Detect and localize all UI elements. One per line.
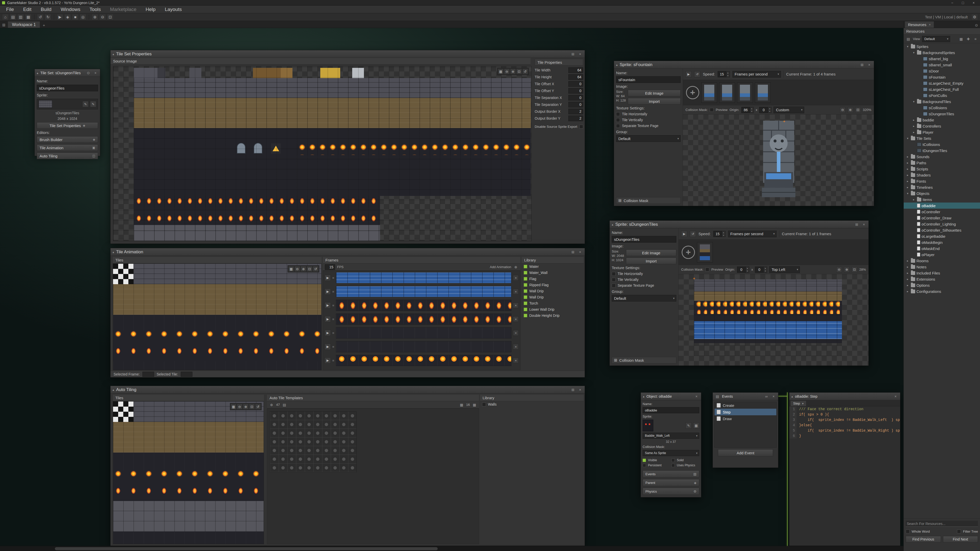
close-icon[interactable]: × [861,222,866,227]
tree-row[interactable]: sFountain [904,74,980,80]
float-icon[interactable]: ⊞ [854,222,859,227]
editor-button[interactable]: Tile Animation ▣ [37,144,98,151]
checkbox[interactable] [616,118,620,122]
texture-checkbox-row[interactable]: Separate Texture Page [616,123,681,128]
origin-x-spinner[interactable]: 86 ▴▾ [741,107,754,113]
tree-row[interactable]: ▾ BackgroundSprites [904,49,980,56]
chain-link-icon[interactable]: ∞ [764,394,769,399]
library-item[interactable]: Double Height Drip [522,313,584,319]
tile-property-input[interactable]: 2 [568,109,583,114]
speed-spinner[interactable]: 15 ▴▾ [718,71,730,77]
tree-row[interactable]: sLargeChest_Empty [904,80,980,86]
zoom-fit-icon[interactable]: ⊡ [516,68,522,74]
checkbox[interactable] [643,464,646,467]
collapse-icon[interactable]: ▴ [616,63,617,67]
event-item[interactable]: Step [714,409,776,415]
code-editor-header[interactable]: ▴ oBaddie: Step × [789,392,900,400]
object-checkbox-row[interactable]: Uses Physics [671,463,699,468]
object-section-button[interactable]: Parent ◈ [643,479,699,486]
object-name-input[interactable]: oBaddie [643,407,699,413]
zoom-in-icon[interactable]: ⊕ [844,267,850,272]
tree-expand-icon[interactable]: ▸ [906,155,910,159]
drag-handle-icon[interactable]: ≡ [332,359,334,362]
animation-tiles-canvas[interactable]: ▦ ⊖ ⊕ ⊡ ↺ [113,264,321,370]
tree-expand-icon[interactable]: ▸ [906,290,910,293]
float-icon[interactable]: ⊞ [570,387,576,392]
animation-row[interactable]: ▶ ≡ × [323,299,520,312]
source-image-canvas[interactable]: ▦ ⊖ ⊕ ⊡ ↺ [113,66,531,241]
tree-row[interactable]: oController [904,209,980,215]
edit-sprite-icon[interactable]: ✎ [83,101,89,107]
grid16-right-icon[interactable]: ▦ [472,402,477,407]
zoom-out-icon[interactable]: ⊖ [840,107,845,113]
zoom-fit-icon[interactable]: ⊡ [307,266,312,272]
zoom-reset-icon[interactable]: ↺ [522,68,528,74]
float-icon[interactable]: ⊞ [859,62,865,67]
origin-y-spinner[interactable]: 0 ▴▾ [759,107,772,113]
pin-icon[interactable]: ⊙ [86,70,91,76]
delete-animation-icon[interactable]: × [513,330,519,336]
sprite-fountain-header[interactable]: ▴ Sprite: sFountain ⊞ × [614,61,874,68]
tree-row[interactable]: ▸ Rooms [904,258,980,264]
zoom-out-icon[interactable]: ⊖ [294,266,300,272]
tree-row[interactable]: ▸ Sounds [904,154,980,160]
tab-step-event[interactable]: Step ▾ [791,400,807,406]
tileset-properties-button[interactable]: Tile Set Properties ◈ [37,122,98,129]
tree-row[interactable]: ▸ Extensions [904,276,980,282]
zoom-reset-icon[interactable]: ↺ [255,404,261,410]
tree-row[interactable]: ▾ Sprites [904,43,980,49]
add-animation-icon[interactable]: ⊕ [513,265,518,270]
tile-property-input[interactable]: 64 [568,67,583,73]
redo-icon[interactable]: ↻ [45,14,51,20]
grid16-left-icon[interactable]: ▦ [459,402,464,407]
object-obaddie-header[interactable]: ▴ Object: oBaddie × [641,392,701,400]
edit-image-button[interactable]: Edit Image [628,90,681,97]
tree-expand-icon[interactable]: ▸ [906,265,910,268]
loop-icon[interactable]: ↺ [690,231,696,237]
sprite-name-input[interactable]: sDungeonTiles [612,236,676,243]
tree-row[interactable]: ▸ Shaders [904,172,980,178]
tree-row[interactable]: sBarrel_small [904,62,980,68]
delete-animation-icon[interactable]: × [513,344,519,349]
float-icon[interactable]: ⊞ [570,249,576,254]
edit-sprite-icon[interactable]: ✎ [686,422,692,429]
tile-property-input[interactable]: 64 [568,74,583,80]
animation-row[interactable]: ▶ ≡ × [323,326,520,340]
event-item[interactable]: Draw [714,415,776,422]
speed-unit-dropdown[interactable]: Frames per second ▾ [728,230,776,237]
menu-item[interactable]: Help [141,6,160,13]
menu-item[interactable]: File [2,6,19,13]
editor-button[interactable]: Brush Builder ◈ [37,136,98,143]
new-project-icon[interactable]: ▤ [10,14,16,20]
delete-animation-icon[interactable]: × [513,316,519,322]
tree-row[interactable]: oPlayer [904,251,980,258]
tree-row[interactable]: ▸ Included Files [904,270,980,276]
checkbox[interactable] [612,272,616,276]
sprite-preview-canvas[interactable]: + [679,274,869,365]
target-icon[interactable]: ◎ [80,14,86,20]
tree-row[interactable]: ▸ Scripts [904,166,980,172]
grid-toggle-icon[interactable]: ▦ [498,68,504,74]
tree-row[interactable]: oController_Draw [904,215,980,221]
editor-button[interactable]: Auto Tiling ◫ [37,152,98,159]
texture-checkbox-row[interactable]: Tile Horizontally [612,271,676,276]
zoom-fit-icon[interactable]: ⊡ [249,404,255,410]
close-tab-icon[interactable]: × [929,23,931,27]
origin-y-spinner[interactable]: 0 ▴▾ [755,267,767,273]
drag-handle-icon[interactable]: ≡ [332,331,334,335]
tree-row[interactable]: ▸ Notes [904,264,980,270]
delete-animation-icon[interactable]: × [513,303,519,308]
checkbox[interactable] [671,459,675,462]
import-button[interactable]: Import [626,258,676,264]
debug-icon[interactable]: ◈ [64,14,71,20]
tree-row[interactable]: ▸ Controllers [904,123,980,129]
origin-mode-dropdown[interactable]: Top Left ▾ [769,266,800,273]
speed-spinner[interactable]: 15 ▴▾ [713,231,725,237]
close-icon[interactable]: × [578,387,583,392]
grid-view-icon[interactable]: ▦ [959,37,964,41]
scrollbar-thumb[interactable] [55,547,438,550]
texture-checkbox-row[interactable]: Separate Texture Page [612,283,676,288]
library-item[interactable]: Ripped Flag [522,282,584,288]
close-icon[interactable]: × [93,70,98,76]
collision-mask-dropdown[interactable]: Same As Sprite ▾ [643,450,699,456]
